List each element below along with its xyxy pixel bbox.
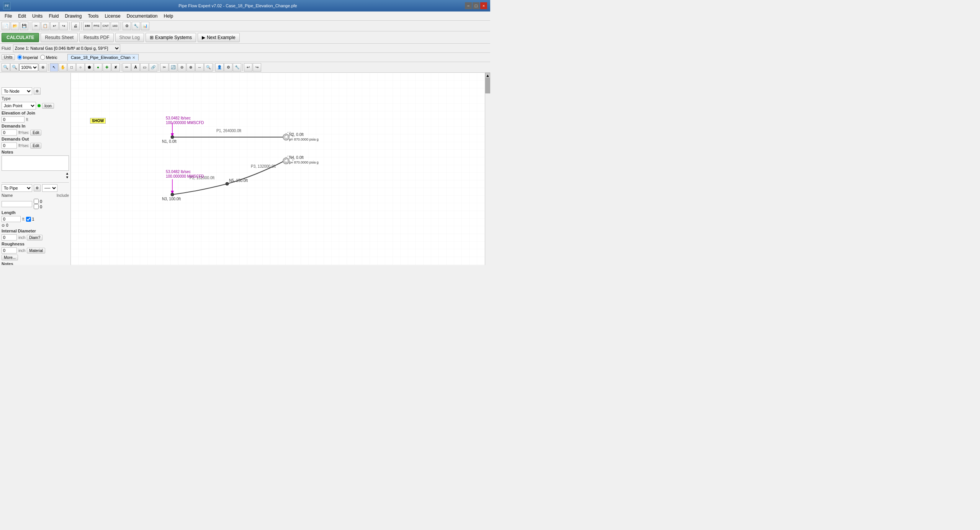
print-button[interactable]: 🖨: [71, 22, 80, 30]
node-n3-dot[interactable]: [171, 193, 174, 196]
tools-btn[interactable]: 🔧: [233, 63, 241, 72]
v-scroll-thumb[interactable]: [485, 78, 490, 93]
v-scroll-up[interactable]: ▲: [485, 73, 490, 78]
menu-tools[interactable]: Tools: [85, 13, 101, 20]
to-node-select[interactable]: To Node: [2, 87, 32, 95]
show-log-button[interactable]: Show Log: [115, 33, 144, 42]
menu-file[interactable]: File: [2, 13, 15, 20]
fluid-selector[interactable]: Zone 1: Natural Gas [0.046 lb/ft³ at 0.0…: [13, 44, 120, 52]
undo-button[interactable]: ↩: [50, 22, 59, 30]
rotate-btn[interactable]: 🔄: [169, 63, 177, 72]
include-cb-1[interactable]: [34, 199, 39, 204]
open-button[interactable]: 📂: [11, 22, 19, 30]
zoom-plus-btn[interactable]: ⊕: [187, 63, 195, 72]
notes-scroll-up[interactable]: ▲: [65, 172, 69, 175]
tab-close-button[interactable]: ✕: [132, 56, 135, 60]
toolbar-btn-3[interactable]: CNT: [101, 22, 110, 30]
link-btn[interactable]: 🔗: [149, 63, 157, 72]
demands-in-input[interactable]: [2, 129, 17, 136]
pipe-p2[interactable]: [172, 184, 227, 195]
more-btn[interactable]: More...: [2, 255, 18, 260]
close-button[interactable]: ×: [480, 2, 487, 9]
pen-btn[interactable]: ✏: [123, 63, 131, 72]
mag-btn[interactable]: 🔍: [204, 63, 213, 72]
roughness-input[interactable]: [2, 247, 17, 254]
menu-edit[interactable]: Edit: [15, 13, 29, 20]
text-btn[interactable]: A: [131, 63, 140, 72]
results-sheet-button[interactable]: Results Sheet: [41, 33, 78, 42]
units-button[interactable]: Units: [2, 54, 15, 60]
menu-license[interactable]: License: [101, 13, 123, 20]
rect-btn[interactable]: □: [67, 63, 76, 72]
imperial-radio-label[interactable]: Imperial: [17, 55, 38, 60]
pipe-name-input[interactable]: [2, 201, 32, 207]
metric-radio[interactable]: [40, 55, 45, 60]
length-input[interactable]: [2, 216, 21, 222]
demands-in-edit-btn[interactable]: Edit: [30, 130, 41, 136]
pipe-config-btn[interactable]: ⚙: [34, 185, 41, 191]
scissors-btn[interactable]: ✂: [160, 63, 169, 72]
length-cb[interactable]: [26, 217, 31, 222]
toolbar-btn-2[interactable]: PFE: [92, 22, 101, 30]
calculate-button[interactable]: CALCULATE: [2, 33, 39, 42]
notes-scroll-down[interactable]: ▼: [65, 175, 69, 179]
toolbar-btn-6[interactable]: 🔧: [132, 22, 140, 30]
redo-button[interactable]: ↪: [59, 22, 68, 30]
menu-fluid[interactable]: Fluid: [46, 13, 62, 20]
copy-button[interactable]: 📋: [41, 22, 49, 30]
zoom-selector[interactable]: 100% 75% 150%: [19, 64, 38, 71]
zoom-minus-btn[interactable]: ⊖: [178, 63, 186, 72]
node-n1-dot[interactable]: [171, 136, 174, 139]
undo-draw-btn[interactable]: ↩: [244, 63, 252, 72]
zoom-in-btn[interactable]: 🔍: [2, 63, 10, 72]
menu-units[interactable]: Units: [29, 13, 46, 20]
toolbar-btn-1[interactable]: 150: [83, 22, 92, 30]
new-button[interactable]: 📄: [2, 22, 10, 30]
fit-btn[interactable]: ⊕: [39, 63, 47, 72]
redo-draw-btn[interactable]: ↪: [253, 63, 261, 72]
notes-textarea[interactable]: [2, 155, 69, 171]
int-diameter-input[interactable]: [2, 234, 17, 240]
next-example-button[interactable]: ▶ Next Example: [198, 33, 240, 42]
demands-out-input[interactable]: [2, 142, 17, 149]
menu-documentation[interactable]: Documentation: [124, 13, 161, 20]
node-btn[interactable]: ●: [94, 63, 102, 72]
material-btn[interactable]: Material: [27, 248, 45, 254]
add-node-btn[interactable]: 👤: [215, 63, 224, 72]
to-pipe-select[interactable]: To Pipe: [2, 184, 32, 192]
toolbar-btn-4[interactable]: 183: [111, 22, 119, 30]
scale-btn[interactable]: ↔: [195, 63, 204, 72]
menu-help[interactable]: Help: [161, 13, 177, 20]
settings-btn[interactable]: ⚙: [224, 63, 232, 72]
zoom-out-btn[interactable]: 🔍: [10, 63, 19, 72]
include-cb-2[interactable]: [34, 204, 39, 209]
cut-button[interactable]: ✂: [32, 22, 40, 30]
frame-btn[interactable]: ▭: [140, 63, 149, 72]
diam-btn[interactable]: Diam?: [27, 235, 43, 240]
save-button[interactable]: 💾: [20, 22, 28, 30]
demands-out-edit-btn[interactable]: Edit: [30, 143, 41, 149]
node-n5-dot[interactable]: [226, 182, 229, 185]
menu-drawing[interactable]: Drawing: [62, 13, 85, 20]
icon-btn[interactable]: Icon: [42, 103, 54, 109]
maximize-button[interactable]: □: [473, 2, 479, 9]
toolbar-btn-7[interactable]: 📊: [141, 22, 149, 30]
pan-btn[interactable]: ✋: [59, 63, 67, 72]
toolbar-btn-5[interactable]: ⚙: [123, 22, 131, 30]
delete-btn[interactable]: ✘: [111, 63, 120, 72]
poly-btn[interactable]: ⬟: [85, 63, 93, 72]
canvas-area[interactable]: P1, 264000.0ft N1, 0.0ft N2, 0.0ft p= 87…: [71, 73, 485, 265]
pipe-btn[interactable]: ✚: [103, 63, 111, 72]
vertical-scrollbar[interactable]: ▲ ▼: [485, 73, 490, 265]
metric-radio-label[interactable]: Metric: [40, 55, 57, 60]
node-config-btn[interactable]: ⚙: [34, 88, 41, 95]
imperial-radio[interactable]: [17, 55, 22, 60]
elevation-input[interactable]: [2, 116, 25, 123]
select-btn[interactable]: ↖: [50, 63, 58, 72]
circle-btn[interactable]: ○: [76, 63, 85, 72]
example-systems-button[interactable]: ⊞ Example Systems: [146, 33, 196, 42]
type-select[interactable]: Join Point: [2, 102, 36, 110]
minimize-button[interactable]: −: [465, 2, 472, 9]
results-pdf-button[interactable]: Results PDF: [79, 33, 113, 42]
show-tag[interactable]: SHOW: [90, 118, 106, 124]
